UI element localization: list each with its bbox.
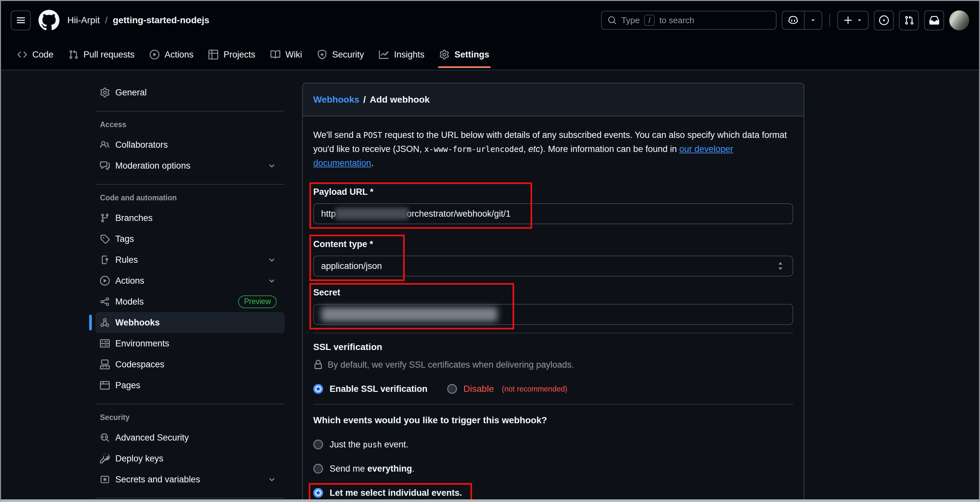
events-heading: Which events would you like to trigger t… (313, 414, 793, 427)
copilot-menu-button[interactable] (804, 11, 822, 29)
sidebar-item-secrets-and-variables[interactable]: Secrets and variables (95, 469, 285, 490)
unfold-icon (775, 261, 785, 271)
ssl-note-text: By default, we verify SSL certificates w… (328, 359, 574, 371)
tab-security[interactable]: Security (312, 39, 369, 70)
graph-icon (379, 50, 389, 59)
form-divider (313, 333, 793, 333)
code-icon (18, 50, 27, 59)
sidebar-item-pages[interactable]: Pages (95, 375, 285, 396)
sidebar-item-models[interactable]: Models Preview (95, 291, 285, 312)
tag-icon (100, 234, 110, 244)
inbox-icon (929, 15, 939, 25)
content-type-group: Content type * application/json (313, 239, 793, 276)
issues-button[interactable] (874, 10, 894, 30)
hamburger-icon (16, 15, 26, 25)
event-option-send-everything[interactable]: Send me everything. (313, 462, 415, 475)
tab-label: Insights (394, 50, 424, 60)
tab-code[interactable]: Code (12, 39, 59, 70)
avatar[interactable] (949, 10, 969, 30)
option-text: event. (382, 440, 408, 449)
content-type-select[interactable]: application/json (313, 256, 793, 276)
individual-events-radio[interactable] (313, 488, 323, 498)
rules-icon (100, 255, 110, 265)
description-code: POST (363, 131, 382, 140)
tab-projects[interactable]: Projects (203, 39, 261, 70)
tab-actions[interactable]: Actions (145, 39, 199, 70)
breadcrumb-owner-link[interactable]: Hii-Arpit (67, 15, 100, 25)
webhook-description: We'll send a POST request to the URL bel… (313, 128, 793, 170)
sidebar-item-collaborators[interactable]: Collaborators (95, 134, 285, 155)
sidebar-item-label: Secrets and variables (115, 475, 200, 484)
sidebar-item-actions[interactable]: Actions (95, 270, 285, 291)
project-icon (208, 50, 218, 59)
tab-pull-requests[interactable]: Pull requests (64, 39, 140, 70)
sidebar-section-security: Security (95, 412, 285, 422)
search-placeholder-prefix: Type (621, 15, 640, 25)
ssl-verification-heading: SSL verification (313, 341, 793, 353)
sidebar-item-branches[interactable]: Branches (95, 207, 285, 228)
pull-requests-button[interactable] (899, 10, 919, 30)
chevron-down-icon (267, 475, 277, 484)
tab-insights[interactable]: Insights (374, 39, 430, 70)
disable-ssl-radio[interactable] (447, 384, 457, 394)
tab-label: Settings (454, 50, 489, 60)
sidebar-item-environments[interactable]: Environments (95, 333, 285, 354)
preview-badge: Preview (238, 295, 277, 308)
models-icon (100, 297, 110, 306)
disable-ssl-label[interactable]: Disable (463, 384, 494, 394)
play-icon (100, 276, 110, 286)
secret-input[interactable] (313, 304, 793, 325)
sidebar-item-label: Tags (115, 234, 134, 244)
secrets-icon (100, 475, 110, 484)
book-icon (270, 50, 280, 59)
option-text: Just the (329, 440, 363, 449)
enable-ssl-label[interactable]: Enable SSL verification (329, 384, 428, 394)
sidebar-item-codespaces[interactable]: Codespaces (95, 354, 285, 375)
search-input[interactable]: Type / to search (601, 11, 776, 30)
comment-discussion-icon (100, 161, 110, 171)
secret-label: Secret (313, 287, 793, 298)
breadcrumb-repo-link[interactable]: getting-started-nodejs (113, 15, 209, 25)
sidebar-item-deploy-keys[interactable]: Deploy keys (95, 448, 285, 469)
enable-ssl-radio[interactable] (313, 384, 323, 394)
sidebar-item-tags[interactable]: Tags (95, 228, 285, 249)
tab-label: Pull requests (84, 50, 135, 60)
sidebar-item-webhooks[interactable]: Webhooks (95, 312, 285, 333)
copilot-button[interactable] (782, 11, 822, 30)
inbox-button[interactable] (924, 10, 944, 30)
event-option-just-push[interactable]: Just the push event. (313, 438, 408, 451)
breadcrumb-separator: / (105, 15, 108, 25)
tab-wiki[interactable]: Wiki (265, 39, 307, 70)
chevron-down-icon (267, 276, 277, 286)
payload-url-value-prefix: http (321, 209, 336, 219)
sidebar-item-label: General (115, 88, 147, 98)
plus-icon (843, 15, 853, 25)
description-text: We'll send a (313, 130, 363, 140)
sidebar-item-moderation-options[interactable]: Moderation options (95, 155, 285, 176)
search-placeholder-suffix: to search (659, 15, 694, 25)
sidebar-item-label: Environments (115, 339, 169, 349)
send-everything-radio[interactable] (313, 464, 323, 473)
hamburger-menu-button[interactable] (11, 10, 31, 30)
panel-header: Webhooks / Add webhook (303, 83, 803, 116)
sidebar-item-advanced-security[interactable]: Advanced Security (95, 427, 285, 448)
description-code: x-www-form-urlencoded (424, 145, 523, 154)
description-text: . (371, 158, 374, 168)
option-text: Send me (329, 464, 368, 473)
just-push-radio[interactable] (313, 440, 323, 449)
event-option-individual-events[interactable]: Let me select individual events. (313, 486, 462, 499)
sidebar-item-rules[interactable]: Rules (95, 249, 285, 270)
create-new-button[interactable] (837, 11, 869, 30)
gear-icon (439, 50, 449, 59)
payload-url-input[interactable]: httporchestrator/webhook/git/1 (313, 203, 793, 224)
panel-breadcrumb-separator: / (363, 94, 366, 105)
tab-label: Actions (165, 50, 194, 60)
description-text: ). More information can be found in (540, 144, 679, 154)
send-everything-label: Send me everything. (329, 464, 415, 474)
sidebar-item-general[interactable]: General (95, 82, 285, 103)
tab-settings[interactable]: Settings (434, 39, 495, 70)
webhooks-breadcrumb-link[interactable]: Webhooks (313, 94, 360, 105)
pull-request-icon (68, 50, 78, 59)
github-logo-icon[interactable] (38, 10, 59, 31)
sidebar-divider (95, 184, 285, 185)
